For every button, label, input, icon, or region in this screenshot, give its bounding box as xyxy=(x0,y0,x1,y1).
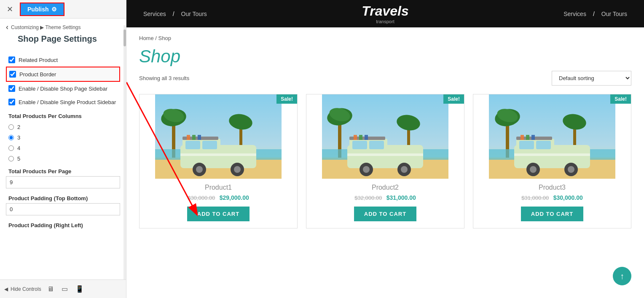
site-breadcrumb: Home / Shop xyxy=(139,32,631,45)
svg-rect-54 xyxy=(514,153,590,156)
single-sidebar-checkbox[interactable] xyxy=(8,99,15,105)
hide-icon: ◀ xyxy=(4,286,8,292)
site-subtitle: transport xyxy=(376,19,394,24)
svg-rect-10 xyxy=(185,141,200,149)
svg-rect-53 xyxy=(536,141,551,149)
svg-rect-41 xyxy=(365,135,368,140)
tablet-view-button[interactable]: ▭ xyxy=(60,284,70,294)
fab-up-button[interactable]: ↑ xyxy=(613,267,631,285)
settings-area: Related Product Product Border Enable / … xyxy=(0,49,126,279)
svg-point-14 xyxy=(196,166,203,173)
nav-services-left[interactable]: Services xyxy=(143,11,166,17)
old-price-2: $32,000.00 xyxy=(354,195,382,201)
sale-badge-2: Sale! xyxy=(443,94,464,104)
shop-sidebar-label: Enable / Disable Shop Page Sidebar xyxy=(19,86,107,92)
products-grid: Sale! Product1 $30,000.00 $29,000.00 Add… xyxy=(139,94,631,228)
svg-point-16 xyxy=(234,166,241,173)
svg-rect-39 xyxy=(354,135,357,140)
col-3-label: 3 xyxy=(17,134,20,141)
desktop-view-button[interactable]: 🖥 xyxy=(46,285,56,294)
svg-rect-33 xyxy=(347,153,423,156)
nav-center: Travels transport xyxy=(362,3,409,24)
nav-services-right[interactable]: Services xyxy=(564,11,586,17)
hide-controls-label: Hide Controls xyxy=(11,286,41,292)
add-to-cart-2[interactable]: Add to cart xyxy=(354,207,416,221)
per-page-label: Total Products Per Page xyxy=(8,168,118,175)
sale-badge-1: Sale! xyxy=(276,94,297,104)
col-2-label: 2 xyxy=(17,124,20,130)
svg-rect-60 xyxy=(521,135,524,140)
new-price-3: $30,000.00 xyxy=(553,194,583,201)
product-image-2 xyxy=(306,94,464,179)
svg-rect-18 xyxy=(187,135,190,140)
nav-sep-left: / xyxy=(173,11,174,17)
related-product-label: Related Product xyxy=(19,57,58,63)
product-prices-2: $32,000.00 $31,000.00 xyxy=(306,194,464,201)
total-products-label: Total Products Per Columns xyxy=(8,113,118,119)
site-nav: Services / Our Tours Travels transport S… xyxy=(126,0,644,27)
add-to-cart-1[interactable]: Add to cart xyxy=(187,207,250,221)
old-price-1: $30,000.00 xyxy=(188,195,215,201)
nav-our-tours-left[interactable]: Our Tours xyxy=(181,11,207,17)
mobile-view-button[interactable]: 📱 xyxy=(74,284,86,294)
top-bar: ✕ Publish ⚙ xyxy=(0,0,126,19)
svg-rect-12 xyxy=(180,153,256,156)
sale-badge-3: Sale! xyxy=(610,94,631,104)
close-button[interactable]: ✕ xyxy=(3,3,16,16)
sort-select[interactable]: Default sorting Sort by popularity Sort … xyxy=(552,71,631,86)
svg-rect-32 xyxy=(369,141,384,149)
col-5-radio[interactable] xyxy=(8,156,14,161)
new-price-1: $29,000.00 xyxy=(220,194,249,201)
col-2-row: 2 xyxy=(6,122,120,132)
product-card-1: Sale! Product1 $30,000.00 $29,000.00 Add… xyxy=(139,94,298,228)
col-5-row: 5 xyxy=(6,153,120,164)
svg-rect-52 xyxy=(519,141,534,149)
svg-rect-40 xyxy=(359,135,362,140)
col-4-radio[interactable] xyxy=(8,145,14,151)
col-5-label: 5 xyxy=(17,156,20,162)
nav-right: Services / Our Tours xyxy=(564,11,627,17)
svg-rect-19 xyxy=(192,135,196,140)
page-title: Shop Page Settings xyxy=(0,33,126,49)
product-name-3: Product3 xyxy=(473,184,631,191)
svg-point-56 xyxy=(530,166,537,173)
publish-label: Publish xyxy=(27,6,49,13)
publish-button[interactable]: Publish ⚙ xyxy=(20,3,64,16)
right-panel: Services / Our Tours Travels transport S… xyxy=(126,0,644,298)
padding-top-bottom-input[interactable] xyxy=(6,203,120,215)
product-image-3 xyxy=(473,94,631,179)
site-title: Travels xyxy=(362,3,409,19)
shop-sidebar-checkbox[interactable] xyxy=(8,85,15,92)
per-page-input[interactable] xyxy=(6,176,120,188)
product-card-2: Sale! Product2 $32,000.00 $31,000.00 Add… xyxy=(306,94,464,228)
nav-our-tours-right[interactable]: Our Tours xyxy=(601,11,627,17)
shop-meta: Showing all 3 results Default sorting So… xyxy=(139,71,631,86)
svg-rect-62 xyxy=(531,135,535,140)
col-4-row: 4 xyxy=(6,143,120,153)
product-border-label: Product Border xyxy=(19,71,56,78)
col-3-row: 3 xyxy=(6,132,120,143)
svg-point-58 xyxy=(568,166,574,173)
svg-rect-31 xyxy=(352,141,367,149)
svg-rect-61 xyxy=(526,135,529,140)
shop-sidebar-row: Enable / Disable Shop Page Sidebar xyxy=(6,82,120,95)
col-2-radio[interactable] xyxy=(8,124,14,130)
svg-point-35 xyxy=(363,166,370,173)
back-button[interactable]: ‹ xyxy=(6,23,8,32)
product-prices-3: $31,000.00 $30,000.00 xyxy=(473,194,631,201)
add-to-cart-3[interactable]: Add to cart xyxy=(521,207,583,221)
single-sidebar-row: Enable / Disable Single Product Sidebar xyxy=(6,95,120,109)
product-border-checkbox[interactable] xyxy=(9,71,16,78)
hide-controls-button[interactable]: ◀ Hide Controls xyxy=(4,286,41,292)
product-name-2: Product2 xyxy=(306,184,464,191)
site-content: Home / Shop Shop Showing all 3 results D… xyxy=(126,27,644,298)
shop-title: Shop xyxy=(139,46,631,67)
breadcrumb-area: ‹ Customizing ▶ Theme Settings xyxy=(0,19,126,33)
single-sidebar-label: Enable / Disable Single Product Sidebar xyxy=(19,99,116,105)
nav-sep-right: / xyxy=(593,11,595,17)
col-3-radio[interactable] xyxy=(8,135,14,140)
product-card-3: Sale! Product3 $31,000.00 $30,000.00 Add… xyxy=(473,94,631,228)
showing-text: Showing all 3 results xyxy=(139,75,189,81)
svg-point-37 xyxy=(401,166,408,173)
related-product-checkbox[interactable] xyxy=(8,56,15,63)
